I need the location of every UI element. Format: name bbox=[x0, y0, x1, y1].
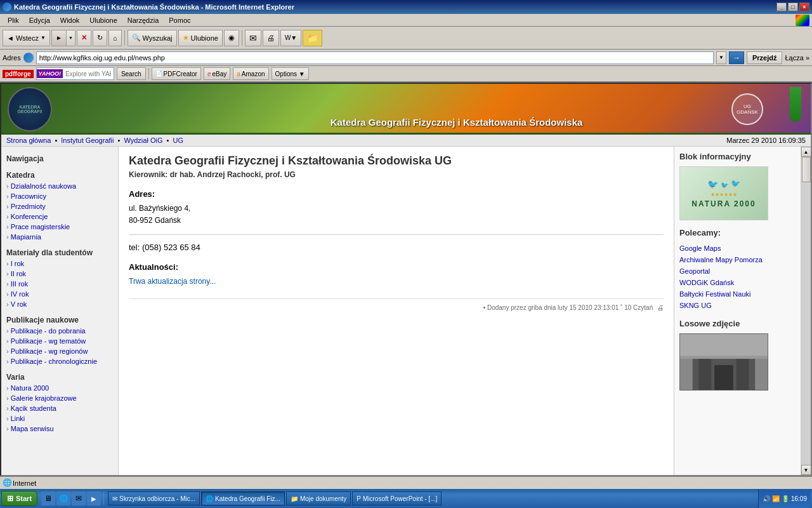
breadcrumb-ug[interactable]: UG bbox=[173, 137, 183, 144]
sidebar-item-natura[interactable]: Natura 2000 bbox=[4, 383, 115, 393]
back-group: ◄ Wstecz ▼ bbox=[3, 30, 50, 46]
sidebar-item-vrok[interactable]: V rok bbox=[4, 299, 115, 309]
menubar: Plik Edycja Widok Ulubione Narzędzia Pom… bbox=[0, 14, 812, 27]
taskbar-item-0[interactable]: ✉ Skrzynka odbiorcza - Mic... bbox=[108, 491, 200, 505]
sidebar-item-pub-download[interactable]: Publikacje - do pobrania bbox=[4, 326, 115, 336]
menu-file[interactable]: Plik bbox=[3, 15, 24, 25]
toolbar: ◄ Wstecz ▼ ► ▼ ✕ ↻ ⌂ 🔍 Wyszukaj ★ Ulubio… bbox=[0, 27, 812, 50]
options-button[interactable]: Options ▼ bbox=[272, 67, 309, 80]
tel-section: tel: (058) 523 65 84 bbox=[129, 234, 664, 252]
sidebar-item-mapiarnia[interactable]: Mapiarnia bbox=[4, 232, 115, 242]
menu-favorites[interactable]: Ulubione bbox=[84, 15, 122, 25]
taskbar-item-3[interactable]: P Microsoft PowerPoint - [...] bbox=[352, 491, 442, 505]
sidebar-item-pub-tematy[interactable]: Publikacje - wg tematów bbox=[4, 336, 115, 346]
sidebar-item-konferencje[interactable]: Konferencje bbox=[4, 211, 115, 222]
close-button[interactable]: × bbox=[799, 3, 809, 11]
links-button[interactable]: Łącza » bbox=[785, 54, 809, 62]
url-dropdown[interactable]: ▼ bbox=[716, 51, 726, 64]
sidebar-item-pub-chrono[interactable]: Publikacje - chronologicznie bbox=[4, 356, 115, 366]
sidebar-item-iiirok[interactable]: III rok bbox=[4, 279, 115, 289]
scroll-thumb[interactable] bbox=[802, 157, 811, 182]
sidebar-item-galerie[interactable]: Galerie krajobrazowe bbox=[4, 393, 115, 403]
refresh-icon: ↻ bbox=[97, 34, 103, 42]
sidebar-item-dzialalnosc[interactable]: Działalność naukowa bbox=[4, 181, 115, 191]
back-button[interactable]: ◄ Wstecz ▼ bbox=[3, 30, 50, 46]
edit-button[interactable]: W▼ bbox=[280, 30, 301, 46]
amazon-button[interactable]: a Amazon bbox=[233, 67, 268, 80]
ebay-icon: e bbox=[207, 70, 211, 77]
refresh-button[interactable]: ↻ bbox=[93, 30, 107, 46]
link-archiwalne[interactable]: Archiwalne Mapy Pomorza bbox=[679, 254, 796, 265]
address-line2: 80-952 Gdańsk bbox=[129, 215, 664, 227]
sidebar-item-linki[interactable]: Linki bbox=[4, 413, 115, 424]
breadcrumb-home[interactable]: Strona główna bbox=[6, 137, 51, 144]
menu-tools[interactable]: Narzędzia bbox=[122, 15, 164, 25]
natura-logo-container[interactable]: 🐦 🐦 🐦 ★★★★★★ NATURA 2000 bbox=[679, 166, 768, 220]
taskbar: ⊞ Start 🖥 🌐 ✉ ▶ ✉ Skrzynka odbiorcza - M… bbox=[0, 489, 812, 508]
star-icon: ★ bbox=[183, 34, 189, 42]
start-button[interactable]: ⊞ Start bbox=[1, 491, 37, 506]
sidebar-item-pub-regiony[interactable]: Publikacje - wg regionów bbox=[4, 346, 115, 356]
taskbar-item-2[interactable]: 📁 Moje dokumenty bbox=[286, 491, 351, 505]
yahoo-search-button[interactable]: Search bbox=[117, 67, 146, 80]
windows-logo bbox=[796, 15, 809, 26]
sidebar-item-kacik[interactable]: Kącik studenta bbox=[4, 403, 115, 413]
menu-edit[interactable]: Edycja bbox=[24, 15, 55, 25]
url-input[interactable] bbox=[36, 51, 714, 64]
ql-desktop[interactable]: 🖥 bbox=[41, 491, 55, 505]
taskbar-item-1[interactable]: 🌐 Katedra Geografii Fiz... bbox=[201, 491, 285, 505]
favorites-button[interactable]: ★ Ulubione bbox=[178, 30, 223, 46]
sidebar-item-przedmioty[interactable]: Przedmioty bbox=[4, 201, 115, 211]
link-baltycki[interactable]: Bałtycki Festiwal Nauki bbox=[679, 288, 796, 300]
print-button[interactable]: 🖨 bbox=[263, 30, 279, 46]
forward-dropdown[interactable]: ▼ bbox=[67, 30, 75, 46]
home-button[interactable]: ⌂ bbox=[108, 30, 122, 46]
photo-title: Losowe zdjęcie bbox=[679, 319, 796, 328]
ebay-button[interactable]: e eBay bbox=[204, 67, 230, 80]
sidebar-item-prace[interactable]: Prace magisterskie bbox=[4, 222, 115, 232]
green-ribbon bbox=[790, 87, 801, 122]
scroll-down[interactable]: ▼ bbox=[801, 465, 811, 475]
search-button[interactable]: 🔍 Wyszukaj bbox=[128, 30, 177, 46]
sep3 bbox=[148, 68, 149, 79]
go-button[interactable]: Przejdź bbox=[747, 51, 783, 64]
tel-text: tel: (058) 523 65 84 bbox=[129, 243, 200, 252]
link-geoportal[interactable]: Geoportal bbox=[679, 265, 796, 277]
svg-rect-3 bbox=[737, 356, 749, 390]
link-skng[interactable]: SKNG UG bbox=[679, 300, 796, 311]
link-google-maps[interactable]: Google Maps bbox=[679, 243, 796, 254]
stop-button[interactable]: ✕ bbox=[77, 30, 91, 46]
minimize-button[interactable]: _ bbox=[776, 3, 787, 11]
news-link[interactable]: Trwa aktualizacja strony... bbox=[129, 277, 216, 286]
publications-title: Publikacje naukowe bbox=[4, 313, 115, 326]
print-icon: 🖨 bbox=[657, 304, 664, 311]
sidebar-item-iirok[interactable]: II rok bbox=[4, 269, 115, 279]
media-button[interactable]: ◉ bbox=[224, 30, 239, 46]
vertical-scrollbar[interactable]: ▲ ▼ bbox=[801, 147, 811, 475]
address-section: Adres: ul. Bażyńskiego 4, 80-952 Gdańsk bbox=[129, 189, 664, 227]
forward-button[interactable]: ► bbox=[51, 30, 67, 46]
clock: 16:09 bbox=[791, 495, 807, 502]
link-wodgik[interactable]: WODGiK Gdańsk bbox=[679, 277, 796, 288]
yahoo-logo: YAHOO! bbox=[37, 69, 63, 78]
breadcrumb-instytut[interactable]: Instytut Geografii bbox=[61, 137, 114, 144]
sidebar-item-irok[interactable]: I rok bbox=[4, 258, 115, 269]
ql-media[interactable]: ▶ bbox=[87, 491, 101, 505]
yahoo-search-input[interactable] bbox=[63, 68, 114, 79]
go-arrow[interactable]: → bbox=[729, 51, 744, 64]
breadcrumb-wydzial[interactable]: Wydział OiG bbox=[124, 137, 162, 144]
menu-help[interactable]: Pomoc bbox=[164, 15, 195, 25]
pdf-creator-button[interactable]: 📄 PDFCreator bbox=[152, 67, 201, 80]
menu-view[interactable]: Widok bbox=[55, 15, 85, 25]
scroll-track[interactable] bbox=[801, 157, 811, 465]
restore-button[interactable]: □ bbox=[788, 3, 798, 11]
scroll-up[interactable]: ▲ bbox=[801, 147, 811, 157]
sidebar-item-mapa[interactable]: Mapa serwisu bbox=[4, 424, 115, 434]
ql-ie[interactable]: 🌐 bbox=[56, 491, 70, 505]
sidebar-item-pracownicy[interactable]: Pracownicy bbox=[4, 191, 115, 201]
sidebar-item-ivrok[interactable]: IV rok bbox=[4, 289, 115, 299]
stop-icon: ✕ bbox=[81, 34, 87, 42]
folder-button[interactable]: 📁 bbox=[303, 30, 322, 46]
ql-email[interactable]: ✉ bbox=[72, 491, 86, 505]
mail-button[interactable]: ✉ bbox=[245, 30, 261, 46]
